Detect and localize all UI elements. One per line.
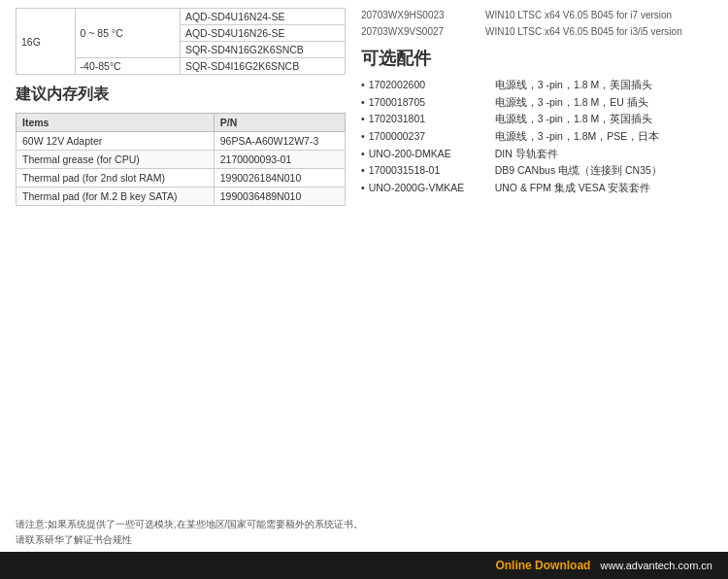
opt-code: 1700018705	[369, 95, 495, 110]
win-version-row: 20703WX9HS0023WIN10 LTSC x64 V6.05 B045 …	[361, 8, 712, 22]
opt-code: 1700031518-01	[369, 163, 495, 178]
win-version-row: 20703WX9VS0027WIN10 LTSC x64 V6.05 B045 …	[361, 24, 712, 39]
footer-note: 请注意:如果系统提供了一些可选模块,在某些地区/国家可能需要额外的系统证书。 请…	[16, 517, 712, 548]
items-table: Items P/N 60W 12V Adapter 96PSA-A60W12W7…	[16, 113, 346, 206]
compat-table: 16G 0 ~ 85 °C AQD-SD4U16N24-SE AQD-SD4U1…	[16, 8, 346, 75]
compat-cell-temp2: -40-85°C	[75, 58, 180, 75]
optional-item: •UNO-2000G-VMKAEUNO & FPM 集成 VESA 安装套件	[361, 181, 712, 195]
bullet: •	[361, 78, 365, 92]
footer-note-line2: 请联系研华了解证书合规性	[16, 532, 712, 548]
items-row: 60W 12V Adapter 96PSA-A60W12W7-3	[17, 132, 346, 151]
opt-desc: 电源线，3 -pin，1.8 M，美国插头	[495, 78, 653, 92]
bullet: •	[361, 129, 365, 144]
pn-col-header: P/N	[214, 114, 345, 132]
footer-bar: Online Download www.advantech.com.cn	[0, 552, 728, 579]
bullet: •	[361, 163, 365, 178]
online-download-url: www.advantech.com.cn	[600, 560, 712, 571]
footer-note-line1: 请注意:如果系统提供了一些可选模块,在某些地区/国家可能需要额外的系统证书。	[16, 517, 712, 532]
optional-section-heading: 可选配件	[361, 47, 712, 70]
bullet: •	[361, 95, 365, 110]
opt-desc: 电源线，3 -pin，1.8M，PSE，日本	[495, 129, 660, 144]
win-desc: WIN10 LTSC x64 V6.05 B045 for i7 version	[485, 8, 672, 22]
items-row: Thermal pad (for 2nd slot RAM) 199002618…	[17, 169, 346, 187]
bullet: •	[361, 112, 365, 126]
optional-item: •1702002600电源线，3 -pin，1.8 M，美国插头	[361, 78, 712, 92]
compat-cell-pn: AQD-SD4U16N26-SE	[180, 25, 345, 42]
item-name: Thermal pad (for 2nd slot RAM)	[17, 169, 215, 187]
item-name: Thermal grease (for CPU)	[17, 151, 215, 169]
item-pn: 2170000093-01	[214, 151, 345, 169]
page-wrapper: 16G 0 ~ 85 °C AQD-SD4U16N24-SE AQD-SD4U1…	[0, 0, 728, 579]
opt-code: 1702031801	[369, 112, 495, 126]
optional-item: •1700031518-01DB9 CANbus 电缆（连接到 CN35）	[361, 163, 712, 178]
items-col-header: Items	[17, 114, 215, 132]
compat-cell-temp1: 0 ~ 85 °C	[75, 9, 180, 58]
win-code: 20703WX9HS0023	[361, 8, 478, 22]
compat-row: 16G 0 ~ 85 °C AQD-SD4U16N24-SE	[17, 9, 346, 25]
opt-desc: UNO & FPM 集成 VESA 安装套件	[495, 181, 651, 195]
opt-code: 1702002600	[369, 78, 495, 92]
items-row: Thermal pad (for M.2 B key SATA) 1990036…	[17, 187, 346, 206]
compat-cell-pn: SQR-SD4I16G2K6SNCB	[180, 58, 345, 75]
win-code: 20703WX9VS0027	[361, 24, 478, 39]
item-pn: 1990036489N010	[214, 187, 345, 206]
optional-item: •1702031801电源线，3 -pin，1.8 M，英国插头	[361, 112, 712, 126]
right-column: 20703WX9HS0023WIN10 LTSC x64 V6.05 B045 …	[361, 8, 712, 206]
item-pn: 96PSA-A60W12W7-3	[214, 132, 345, 151]
optional-item: •UNO-200-DMKAEDIN 导轨套件	[361, 147, 712, 161]
bullet: •	[361, 147, 365, 161]
optional-item: •1700000237电源线，3 -pin，1.8M，PSE，日本	[361, 129, 712, 144]
win-versions: 20703WX9HS0023WIN10 LTSC x64 V6.05 B045 …	[361, 8, 712, 39]
item-name: Thermal pad (for M.2 B key SATA)	[17, 187, 215, 206]
compat-cell-pn: SQR-SD4N16G2K6SNCB	[180, 42, 345, 58]
win-desc: WIN10 LTSC x64 V6.05 B045 for i3/i5 vers…	[485, 24, 682, 39]
compat-cell-size: 16G	[17, 9, 76, 75]
opt-desc: DB9 CANbus 电缆（连接到 CN35）	[495, 163, 662, 178]
item-pn: 1990026184N010	[214, 169, 345, 187]
opt-desc: DIN 导轨套件	[495, 147, 558, 161]
opt-code: 1700000237	[369, 129, 495, 144]
optional-item: •1700018705电源线，3 -pin，1.8 M，EU 插头	[361, 95, 712, 110]
items-row: Thermal grease (for CPU) 2170000093-01	[17, 151, 346, 169]
compat-cell-pn: AQD-SD4U16N24-SE	[180, 9, 345, 25]
memory-section-heading: 建议内存列表	[16, 85, 346, 105]
opt-desc: 电源线，3 -pin，1.8 M，EU 插头	[495, 95, 648, 110]
opt-code: UNO-200-DMKAE	[369, 147, 495, 161]
top-section: 16G 0 ~ 85 °C AQD-SD4U16N24-SE AQD-SD4U1…	[16, 8, 712, 206]
left-column: 16G 0 ~ 85 °C AQD-SD4U16N24-SE AQD-SD4U1…	[16, 8, 346, 206]
item-name: 60W 12V Adapter	[17, 132, 215, 151]
optional-list: •1702002600电源线，3 -pin，1.8 M，美国插头•1700018…	[361, 78, 712, 195]
bullet: •	[361, 181, 365, 195]
opt-code: UNO-2000G-VMKAE	[369, 181, 495, 195]
online-download-label: Online Download	[495, 559, 590, 572]
opt-desc: 电源线，3 -pin，1.8 M，英国插头	[495, 112, 653, 126]
